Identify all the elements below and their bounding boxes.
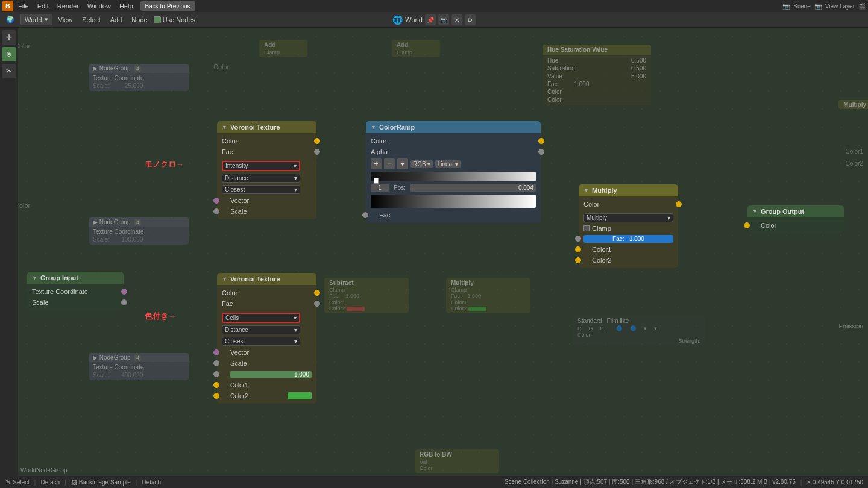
top-menu-bar: B File Edit Render Window Help Back to P… (0, 0, 868, 12)
group-input-collapse[interactable]: ▼ (32, 275, 38, 281)
backimage-label: Backimage Sample (79, 479, 131, 486)
multiply-clamp-checkbox[interactable] (583, 225, 590, 231)
blender-icon[interactable]: B (2, 1, 13, 11)
voronoi1-distance-dropdown[interactable]: Distance ▾ (222, 174, 300, 183)
multiply-node-bg-bottom: Multiply Clamp Fac: 1.000 Color1 Color2 (446, 278, 530, 313)
multiply-color2-socket (575, 257, 581, 263)
colorramp-add-btn[interactable]: + (371, 158, 382, 169)
header-icon-pin[interactable]: 📌 (425, 14, 436, 25)
standard-filmlike-bg: Standard Film like RGB 🔵🔵▾▾ Color Streng… (573, 316, 705, 346)
group-input-header: ▼ Group Input (27, 272, 124, 284)
header-icon-camera[interactable]: 📷 (438, 14, 449, 25)
colorramp-more-btn[interactable]: ▾ (397, 158, 408, 169)
multiply-fac-row: Fac: 1.000 (583, 233, 673, 244)
voronoi2-collapse[interactable]: ▼ (222, 276, 228, 282)
left-tool-sidebar: ✛ 🖱 ✂ (0, 28, 18, 476)
colorramp-rgb-dropdown[interactable]: RGB ▾ (410, 160, 433, 168)
color2-swatch-green (288, 392, 312, 399)
voronoi2-fac-bottom-row: 1.000 (222, 369, 312, 380)
voronoi2-closest-dropdown[interactable]: Closest ▾ (222, 337, 300, 346)
voronoi1-closest-dropdown[interactable]: Closest ▾ (222, 185, 300, 194)
colorramp-interp-label: Linear (438, 161, 454, 167)
nodegroup-bg-3-header: ▶ NodeGroup 4 (89, 353, 189, 362)
voronoi2-fac-row: Fac (222, 298, 312, 309)
colorramp-node: ▼ ColorRamp Color Alpha + − ▾ RGB ▾ (366, 121, 541, 223)
header-icon-close[interactable]: ✕ (451, 14, 462, 25)
view-button[interactable]: View (55, 15, 77, 25)
back-to-previous-button[interactable]: Back to Previous (140, 1, 195, 11)
group-output-collapse[interactable]: ▼ (752, 208, 758, 214)
colorramp-header: ▼ ColorRamp (366, 121, 541, 133)
menu-render[interactable]: Render (54, 0, 83, 12)
multiply-collapse[interactable]: ▼ (583, 187, 590, 193)
far-right-multiply-node: Multiply (838, 100, 868, 109)
colorramp-stop-1[interactable] (374, 178, 379, 184)
multiply-color2-label: Color2 (592, 257, 611, 264)
colorramp-alpha-row: Alpha (371, 146, 536, 157)
voronoi2-distance-row: Distance ▾ (222, 324, 312, 336)
use-nodes-check-box[interactable] (154, 16, 161, 23)
group-input-node: ▼ Group Input Texture Coordinate Scale (27, 272, 124, 310)
voronoi2-mode-arrow: ▾ (294, 314, 297, 321)
color-node-bg-left-2: Color (211, 61, 231, 73)
nodegroup-bg-3-body: Texture Coordinate Scale: 400.000 (89, 362, 189, 380)
colorramp-fac-label: Fac (379, 211, 390, 219)
camera-icon: 📷 (814, 3, 822, 10)
nodegroup-bg-2-header: ▶ NodeGroup 4 (89, 217, 189, 227)
far-right-multiply-label: Multiply (843, 101, 866, 108)
move-tool[interactable]: 🖱 (2, 47, 16, 61)
voronoi1-vector-row: Vector (222, 195, 312, 206)
multiply-fac-input[interactable]: Fac: 1.000 (583, 235, 673, 243)
voronoi2-distance-dropdown[interactable]: Distance ▾ (222, 325, 300, 334)
voronoi2-color1-row: Color1 (222, 380, 312, 390)
render-icon: 🎬 (858, 3, 866, 10)
world-sphere-icon: 🌐 (392, 15, 403, 25)
colorramp-gradient-bar[interactable] (371, 172, 536, 181)
world-dropdown[interactable]: World ▾ (20, 14, 52, 25)
select-icon: 🖱 (5, 479, 11, 486)
voronoi2-header: ▼ Voronoi Texture (217, 273, 316, 285)
rgb-to-bw-node-bg: RGB to BW Val Color (415, 449, 499, 473)
voronoi2-color2-row: Color2 (222, 390, 312, 401)
voronoi1-mode-dropdown[interactable]: Intensity ▾ (222, 161, 300, 171)
colorramp-interp-dropdown[interactable]: Linear ▾ (435, 160, 461, 168)
node-canvas[interactable]: モノクロ→ 色付き→ ▶ NodeGroup 4 Texture Coordin… (18, 28, 868, 476)
menu-help[interactable]: Help (116, 0, 137, 12)
voronoi1-distance-row: Distance ▾ (222, 172, 312, 184)
detach1-label: Detach (40, 479, 60, 486)
group-input-scale-row: Scale (32, 297, 119, 308)
menu-edit[interactable]: Edit (34, 0, 52, 12)
multiply-color-out-row: Color (583, 199, 673, 210)
node-button[interactable]: Node (128, 15, 151, 25)
colorramp-body: Color Alpha + − ▾ RGB ▾ Linear ▾ (366, 133, 541, 223)
voronoi2-color-label: Color (222, 289, 237, 296)
header-icon-settings[interactable]: ⚙ (465, 14, 476, 25)
colorramp-pos-val[interactable]: 0.004 (410, 184, 536, 192)
colorramp-collapse[interactable]: ▼ (371, 124, 377, 130)
cursor-tool[interactable]: ✛ (2, 30, 16, 45)
select-label: Select (13, 479, 30, 486)
far-right-color2-label: Color2 (846, 160, 868, 167)
voronoi2-mode-label: Cells (225, 314, 239, 321)
multiply-mode-dropdown[interactable]: Multiply ▾ (583, 213, 673, 222)
voronoi1-collapse[interactable]: ▼ (222, 124, 228, 130)
multiply-color1-socket (575, 246, 581, 252)
voronoi2-color-row: Color (222, 287, 312, 298)
select-button[interactable]: Select (78, 15, 104, 25)
menu-window[interactable]: Window (84, 0, 115, 12)
group-input-body: Texture Coordinate Scale (27, 284, 124, 310)
voronoi1-title: Voronoi Texture (230, 124, 280, 131)
voronoi2-color2-socket (213, 393, 219, 399)
voronoi2-color1-socket (213, 382, 219, 388)
menu-file[interactable]: File (14, 0, 33, 12)
scene-icon: 📷 (782, 3, 790, 10)
voronoi2-title: Voronoi Texture (230, 275, 280, 283)
use-nodes-checkbox[interactable]: Use Nodes (154, 16, 195, 23)
colorramp-index: 1 (371, 184, 389, 192)
voronoi2-mode-dropdown[interactable]: Cells ▾ (222, 313, 300, 323)
status-detach-1: Detach (40, 479, 60, 486)
group-output-color-label: Color (761, 222, 776, 229)
colorramp-minus-btn[interactable]: − (384, 158, 395, 169)
cut-tool[interactable]: ✂ (2, 64, 16, 78)
add-button[interactable]: Add (107, 15, 126, 25)
